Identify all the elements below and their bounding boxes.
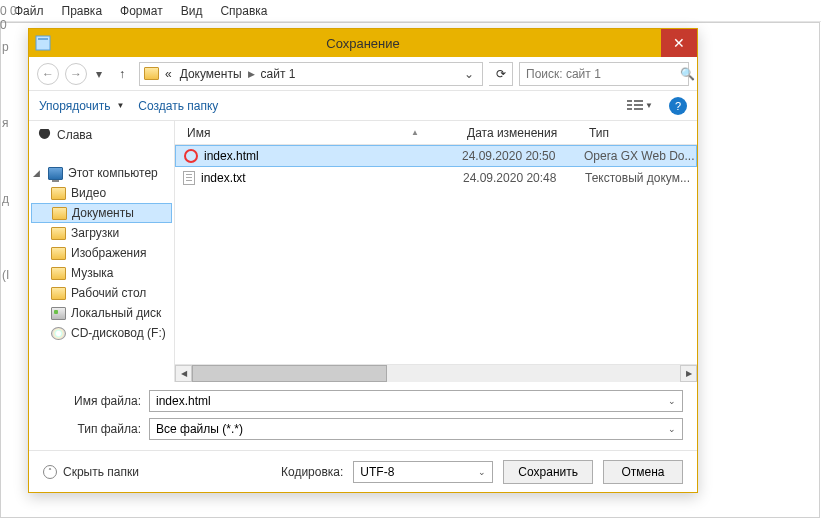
address-bar[interactable]: « Документы ▶ сайт 1 ⌄ <box>139 62 483 86</box>
sidebar-item-localdisk[interactable]: Локальный диск <box>29 303 174 323</box>
filename-area: Имя файла: ⌄ Тип файла: Все файлы (*.*) … <box>29 382 697 450</box>
folder-icon <box>51 187 66 200</box>
svg-rect-5 <box>634 100 643 102</box>
filetype-value: Все файлы (*.*) <box>156 422 662 436</box>
sidebar-item-cdrom[interactable]: CD-дисковод (F:) <box>29 323 174 343</box>
chevron-down-icon: ▼ <box>116 101 124 110</box>
breadcrumb-current[interactable]: сайт 1 <box>259 67 298 81</box>
folder-icon <box>51 267 66 280</box>
save-dialog: Сохранение ✕ ← → ▾ ↑ « Документы ▶ сайт … <box>28 28 698 493</box>
menu-view[interactable]: Вид <box>173 2 211 20</box>
file-row[interactable]: index.txt 24.09.2020 20:48 Текстовый док… <box>175 167 697 189</box>
save-button[interactable]: Сохранить <box>503 460 593 484</box>
sidebar-this-pc[interactable]: ◢Этот компьютер <box>29 163 174 183</box>
app-menubar: Файл Правка Формат Вид Справка <box>0 0 821 22</box>
sidebar-item-desktop[interactable]: Рабочий стол <box>29 283 174 303</box>
column-type[interactable]: Тип <box>585 126 697 140</box>
sidebar-item-video[interactable]: Видео <box>29 183 174 203</box>
sidebar-item-images[interactable]: Изображения <box>29 243 174 263</box>
breadcrumb-documents[interactable]: Документы <box>178 67 244 81</box>
scroll-right-button[interactable]: ▶ <box>680 365 697 382</box>
column-name[interactable]: Имя▲ <box>183 126 463 140</box>
file-list: Имя▲ Дата изменения Тип index.html 24.09… <box>175 121 697 382</box>
search-icon[interactable]: 🔍 <box>680 67 695 81</box>
breadcrumb-prefix: « <box>163 67 174 81</box>
organize-button[interactable]: Упорядочить ▼ <box>39 99 124 113</box>
menu-format[interactable]: Формат <box>112 2 171 20</box>
encoding-field[interactable]: UTF-8 ⌄ <box>353 461 493 483</box>
sidebar-item-downloads[interactable]: Загрузки <box>29 223 174 243</box>
scroll-track[interactable] <box>192 365 680 382</box>
sort-asc-icon: ▲ <box>411 128 419 137</box>
app-icon <box>35 35 51 51</box>
file-row[interactable]: index.html 24.09.2020 20:50 Opera GX Web… <box>175 145 697 167</box>
chevron-down-icon[interactable]: ⌄ <box>662 396 676 406</box>
column-date[interactable]: Дата изменения <box>463 126 585 140</box>
menu-edit[interactable]: Правка <box>54 2 111 20</box>
encoding-value: UTF-8 <box>360 465 394 479</box>
svg-rect-7 <box>634 108 643 110</box>
hide-folders-button[interactable]: ˄ Скрыть папки <box>43 465 139 479</box>
scroll-left-button[interactable]: ◀ <box>175 365 192 382</box>
up-button[interactable]: ↑ <box>111 63 133 85</box>
filename-field[interactable]: ⌄ <box>149 390 683 412</box>
chevron-right-icon: ▶ <box>248 69 255 79</box>
nav-row: ← → ▾ ↑ « Документы ▶ сайт 1 ⌄ ⟳ 🔍 <box>29 57 697 91</box>
folder-icon <box>51 247 66 260</box>
dialog-title: Сохранение <box>326 36 400 51</box>
cancel-button[interactable]: Отмена <box>603 460 683 484</box>
svg-rect-2 <box>627 100 632 102</box>
folder-icon <box>51 227 66 240</box>
encoding-label: Кодировка: <box>281 465 343 479</box>
close-button[interactable]: ✕ <box>661 29 697 57</box>
folder-icon <box>52 207 67 220</box>
filetype-field[interactable]: Все файлы (*.*) ⌄ <box>149 418 683 440</box>
filename-label: Имя файла: <box>43 394 141 408</box>
user-icon <box>37 129 52 142</box>
filetype-label: Тип файла: <box>43 422 141 436</box>
chevron-down-icon[interactable]: ⌄ <box>662 424 676 434</box>
scroll-thumb[interactable] <box>192 365 387 382</box>
forward-button[interactable]: → <box>65 63 87 85</box>
new-folder-button[interactable]: Создать папку <box>138 99 218 113</box>
address-dropdown[interactable]: ⌄ <box>460 67 478 81</box>
filename-input[interactable] <box>156 394 662 408</box>
view-mode-button[interactable]: ▼ <box>627 100 653 112</box>
sidebar-user[interactable]: Слава <box>29 125 174 145</box>
cd-icon <box>51 327 66 340</box>
editor-margin-text: р я д (I 0 0 0 <box>0 40 20 282</box>
horizontal-scrollbar[interactable]: ◀ ▶ <box>175 364 697 382</box>
toolbar: Упорядочить ▼ Создать папку ▼ ? <box>29 91 697 121</box>
history-dropdown[interactable]: ▾ <box>93 67 105 81</box>
back-button[interactable]: ← <box>37 63 59 85</box>
svg-rect-1 <box>38 38 48 40</box>
column-headers: Имя▲ Дата изменения Тип <box>175 121 697 145</box>
opera-icon <box>184 149 198 163</box>
sidebar-item-music[interactable]: Музыка <box>29 263 174 283</box>
svg-rect-3 <box>627 104 632 106</box>
sidebar: Слава ◢Этот компьютер Видео Документы За… <box>29 121 175 382</box>
svg-rect-4 <box>627 108 632 110</box>
search-input[interactable] <box>526 67 676 81</box>
dialog-footer: ˄ Скрыть папки Кодировка: UTF-8 ⌄ Сохран… <box>29 450 697 492</box>
expand-icon[interactable]: ◢ <box>33 168 43 178</box>
menu-help[interactable]: Справка <box>212 2 275 20</box>
chevron-up-icon: ˄ <box>43 465 57 479</box>
sidebar-item-documents[interactable]: Документы <box>31 203 172 223</box>
chevron-down-icon[interactable]: ⌄ <box>478 467 486 477</box>
refresh-button[interactable]: ⟳ <box>489 62 513 86</box>
titlebar[interactable]: Сохранение ✕ <box>29 29 697 57</box>
help-button[interactable]: ? <box>669 97 687 115</box>
folder-icon <box>51 287 66 300</box>
folder-icon <box>144 67 159 80</box>
pc-icon <box>48 167 63 180</box>
drive-icon <box>51 307 66 320</box>
txt-icon <box>183 171 195 185</box>
svg-rect-6 <box>634 104 643 106</box>
search-box[interactable]: 🔍 <box>519 62 689 86</box>
